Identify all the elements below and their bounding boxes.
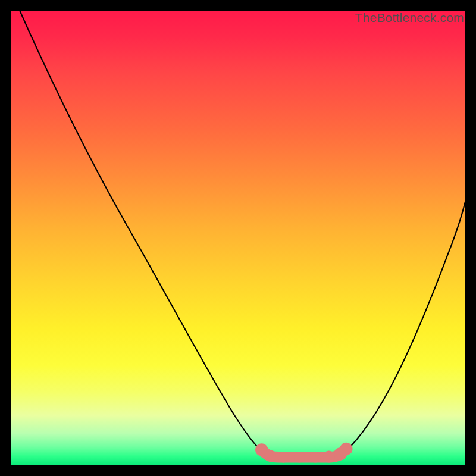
svg-point-1 [264,450,276,462]
left-curve [20,11,265,455]
watermark-text: TheBottleneck.com [355,11,464,25]
chart-frame: TheBottleneck.com [0,0,476,476]
svg-point-7 [340,443,352,455]
right-curve [343,202,465,455]
svg-point-4 [310,452,321,462]
svg-point-2 [278,452,289,462]
plot-area [11,11,465,465]
svg-point-3 [294,452,305,462]
svg-point-5 [323,451,335,463]
curve-overlay [11,11,465,465]
